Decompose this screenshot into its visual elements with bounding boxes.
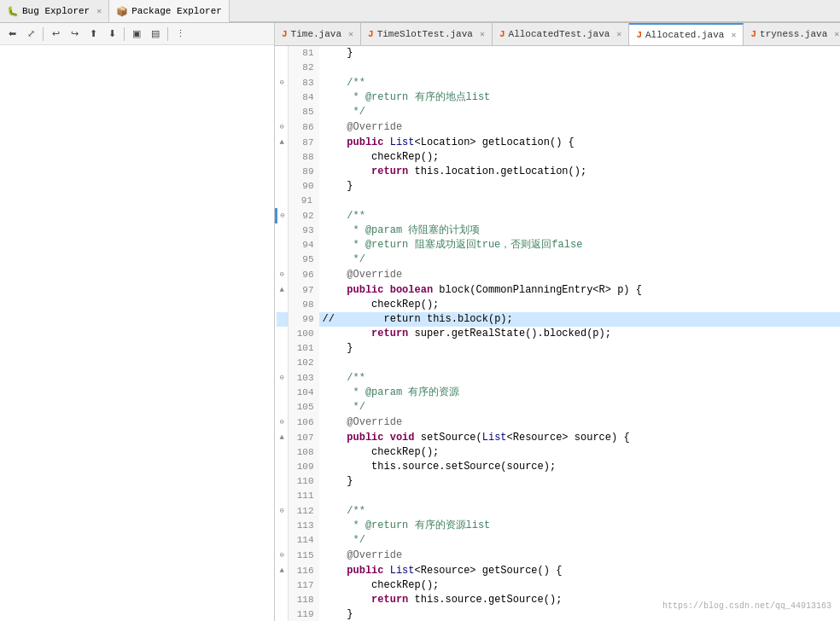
toolbar-btn-7[interactable]: ▣ [128,26,145,43]
code-token: List [390,565,415,577]
code-line-content[interactable]: * @return 有序的地点list [319,90,840,105]
code-line-content[interactable]: return this.location.getLocation(); [319,165,840,179]
code-line-content[interactable]: * @return 有序的资源list [319,519,840,533]
code-line-content[interactable]: */ [319,105,840,119]
bug-explorer-tab[interactable]: 🐛 Bug Explorer ✕ [0,0,109,22]
code-token: */ [323,253,365,265]
toolbar-btn-9[interactable]: ⋮ [172,26,189,43]
code-token: return [371,594,414,606]
code-token: checkRep(); [323,151,440,163]
java-icon-at: J [499,29,505,39]
line-number: 94 [289,238,319,252]
fold-marker [277,252,289,267]
code-line-content[interactable]: * @return 阻塞成功返回true，否则返回false [319,238,840,252]
tab-time-close[interactable]: ✕ [348,29,353,39]
code-line-content[interactable]: * @param 待阻塞的计划项 [319,223,840,238]
code-token: /** [323,372,365,384]
code-line-content[interactable]: /** [319,503,840,519]
table-row: 95 */ [277,252,840,267]
code-line-content[interactable]: @Override [319,267,840,282]
code-line-content[interactable]: public List<Location> getLocation() { [319,135,840,150]
table-row: 109 this.source.setSource(source); [277,460,840,474]
code-line-content[interactable]: // return this.block(p); [319,312,840,327]
toolbar-btn-2[interactable]: ⤢ [22,26,39,43]
code-line-content[interactable]: @Override [319,119,840,135]
bug-explorer-close[interactable]: ✕ [96,6,102,16]
code-line-content[interactable]: */ [319,252,840,267]
code-line-content[interactable]: public void setSource(List<Resource> sou… [319,430,840,445]
toolbar-btn-8[interactable]: ▤ [147,26,164,43]
code-line-content[interactable]: } [319,46,840,61]
code-line-content[interactable]: } [319,607,840,621]
code-line-content[interactable]: } [319,341,840,356]
table-row: ⊖86 @Override [277,119,840,135]
code-line-content[interactable]: @Override [319,548,840,563]
code-token: <Location> getLocation() { [415,136,575,148]
code-editor[interactable]: 81 }82⊖83 /**84 * @return 有序的地点list85 */… [275,46,840,621]
code-line-content[interactable] [319,489,840,503]
code-line-content[interactable]: this.source.setSource(source); [319,460,840,474]
line-number: 118 [289,593,319,607]
code-line-content[interactable] [319,194,840,208]
line-number: 100 [289,327,319,341]
code-line-content[interactable]: public List<Resource> getSource() { [319,563,840,578]
code-token: * @return 有序的资源list [323,519,491,531]
code-token: @Override [323,121,403,133]
code-token: List [482,432,507,444]
toolbar-btn-4[interactable]: ↪ [66,26,83,43]
table-row: 82 [277,61,840,75]
code-line-content[interactable]: * @param 有序的资源 [319,386,840,400]
code-token: @Override [323,269,403,281]
code-line-content[interactable]: } [319,179,840,194]
fold-marker [277,223,289,238]
tab-timeslottest[interactable]: J TimeSlotTest.java ✕ [361,23,493,45]
code-token: checkRep(); [323,579,440,591]
tab-tryness[interactable]: J tryness.java ✕ [744,23,840,45]
code-line-content[interactable]: checkRep(); [319,298,840,312]
fold-marker: ⊖ [277,503,289,519]
table-row: 111 [277,489,840,503]
line-number: 109 [289,460,319,474]
line-number: 88 [289,150,319,165]
tab-time[interactable]: J Time.java ✕ [275,23,361,45]
table-row: 91 [277,194,840,208]
fold-marker: ⊖ [277,370,289,386]
tab-allocatedtest-close[interactable]: ✕ [616,29,621,39]
code-token: block(CommonPlanningEntry<R> p) { [439,284,642,296]
code-line-content[interactable]: /** [319,208,840,223]
line-number: 91 [289,194,319,208]
code-line-content[interactable] [319,356,840,370]
tab-allocatedtest[interactable]: J AllocatedTest.java ✕ [493,23,629,45]
toolbar-btn-1[interactable]: ⬅ [3,26,20,43]
code-line-content[interactable]: checkRep(); [319,150,840,165]
code-line-content[interactable]: /** [319,370,840,386]
toolbar-btn-5[interactable]: ⬆ [85,26,102,43]
fold-marker: ⊖ [277,415,289,430]
line-number: 90 [289,179,319,194]
code-line-content[interactable] [319,61,840,75]
line-number: 102 [289,356,319,370]
line-number: 103 [289,370,319,386]
code-line-content[interactable]: return this.source.getSource(); [319,593,840,607]
toolbar-btn-3[interactable]: ↩ [47,26,64,43]
code-line-content[interactable]: checkRep(); [319,445,840,460]
tab-tryness-close[interactable]: ✕ [834,29,839,39]
code-line-content[interactable]: */ [319,533,840,548]
code-token: } [323,342,353,354]
code-line-content[interactable]: */ [319,400,840,415]
package-explorer-tab[interactable]: 📦 Package Explorer [109,0,230,22]
code-token: * @param 待阻塞的计划项 [323,224,481,236]
line-number: 95 [289,252,319,267]
code-line-content[interactable]: public boolean block(CommonPlanningEntry… [319,282,840,298]
table-row: ⊖112 /** [277,503,840,519]
tab-allocated-close[interactable]: ✕ [731,30,736,40]
tab-allocated[interactable]: J Allocated.java ✕ [629,23,744,45]
table-row: ▲97 public boolean block(CommonPlanningE… [277,282,840,298]
code-line-content[interactable]: @Override [319,415,840,430]
toolbar-btn-6[interactable]: ⬇ [103,26,120,43]
code-line-content[interactable]: /** [319,75,840,90]
code-line-content[interactable]: checkRep(); [319,578,840,593]
code-line-content[interactable]: return super.getRealState().blocked(p); [319,327,840,341]
code-line-content[interactable]: } [319,474,840,489]
tab-timeslottest-close[interactable]: ✕ [480,29,485,39]
